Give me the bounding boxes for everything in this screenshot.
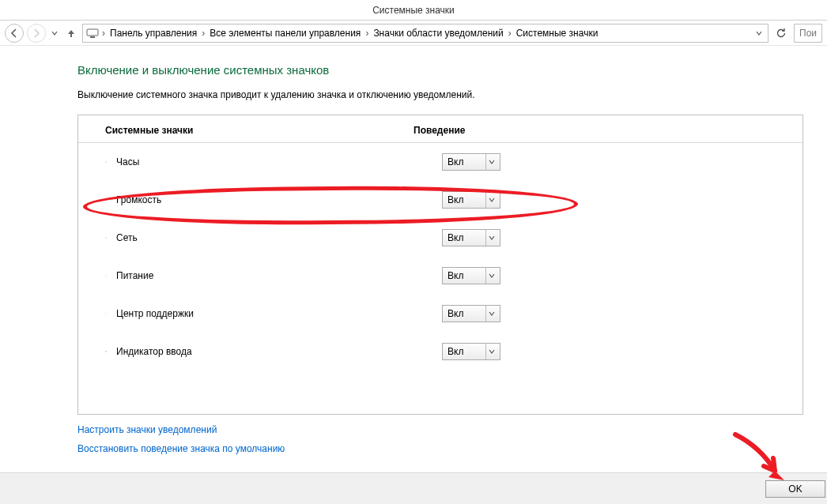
page-subtitle: Выключение системного значка приводит к … — [77, 89, 827, 100]
select-value: Вкл — [447, 346, 463, 357]
behavior-select[interactable]: Вкл — [442, 343, 500, 360]
volume-icon — [78, 193, 107, 207]
select-value: Вкл — [447, 270, 463, 281]
navigation-toolbar: › Панель управления› Все элементы панели… — [0, 21, 827, 46]
network-icon — [78, 231, 107, 245]
table-row: Центр поддержкиВкл — [78, 295, 802, 333]
clock-icon — [78, 155, 107, 169]
svg-rect-0 — [87, 29, 98, 36]
breadcrumb-item[interactable]: Значки области уведомлений — [372, 28, 504, 39]
breadcrumb-item[interactable]: Системные значки — [515, 28, 600, 39]
table-row: ГромкостьВкл — [78, 181, 802, 219]
table-row: ЧасыВкл — [78, 143, 802, 181]
system-icons-panel: Системные значки Поведение ЧасыВклГромко… — [77, 115, 803, 415]
breadcrumb-item[interactable]: Панель управления — [108, 28, 198, 39]
chevron-right-icon[interactable]: › — [200, 28, 206, 39]
row-label: Индикатор ввода — [107, 346, 442, 357]
behavior-select[interactable]: Вкл — [442, 153, 500, 171]
table-row: Индикатор вводаВкл — [78, 333, 802, 370]
behavior-select[interactable]: Вкл — [442, 229, 500, 246]
select-value: Вкл — [447, 232, 463, 243]
chevron-down-icon — [485, 268, 497, 284]
up-button[interactable] — [63, 25, 79, 41]
row-label: Часы — [107, 156, 442, 167]
svg-rect-3 — [105, 237, 106, 238]
row-label: Громкость — [107, 194, 442, 205]
back-button[interactable] — [5, 24, 24, 43]
chevron-right-icon[interactable]: › — [507, 28, 513, 39]
ok-button[interactable]: OK — [765, 480, 825, 498]
refresh-button[interactable] — [772, 24, 791, 43]
chevron-down-icon — [485, 344, 497, 359]
flag-icon — [78, 307, 107, 321]
chevron-down-icon — [485, 154, 497, 170]
computer-icon — [86, 27, 99, 39]
table-row: СетьВкл — [78, 219, 802, 257]
column-header-behavior: Поведение — [414, 125, 465, 136]
bottom-bar: OK — [0, 472, 827, 504]
address-dropdown[interactable] — [753, 28, 765, 39]
row-label: Питание — [107, 270, 442, 281]
window-title: Системные значки — [0, 0, 827, 21]
recent-locations-dropdown[interactable] — [49, 28, 60, 39]
page-title: Включение и выключение системных значков — [77, 63, 827, 77]
select-value: Вкл — [447, 194, 463, 205]
row-label: Сеть — [107, 232, 442, 243]
breadcrumb-item[interactable]: Все элементы панели управления — [208, 28, 362, 39]
table-row: ПитаниеВкл — [78, 257, 802, 295]
forward-button[interactable] — [27, 24, 46, 43]
behavior-select[interactable]: Вкл — [442, 191, 500, 209]
select-value: Вкл — [447, 156, 463, 167]
behavior-select[interactable]: Вкл — [442, 305, 500, 322]
configure-icons-link[interactable]: Настроить значки уведомлений — [77, 424, 827, 435]
chevron-down-icon — [485, 230, 497, 246]
select-value: Вкл — [447, 308, 463, 319]
chevron-down-icon — [485, 192, 497, 208]
keyboard-icon — [78, 344, 107, 359]
column-header-name: Системные значки — [78, 125, 414, 136]
search-placeholder: Пои — [799, 28, 817, 39]
address-bar[interactable]: › Панель управления› Все элементы панели… — [82, 24, 768, 43]
row-label: Центр поддержки — [107, 308, 442, 319]
svg-rect-1 — [90, 36, 95, 38]
search-input[interactable]: Пои — [794, 24, 822, 43]
chevron-right-icon[interactable]: › — [100, 28, 107, 39]
power-icon — [78, 269, 107, 283]
chevron-right-icon[interactable]: › — [364, 28, 370, 39]
chevron-down-icon — [485, 306, 497, 322]
restore-defaults-link[interactable]: Восстановить поведение значка по умолчан… — [77, 443, 827, 454]
behavior-select[interactable]: Вкл — [442, 267, 500, 284]
